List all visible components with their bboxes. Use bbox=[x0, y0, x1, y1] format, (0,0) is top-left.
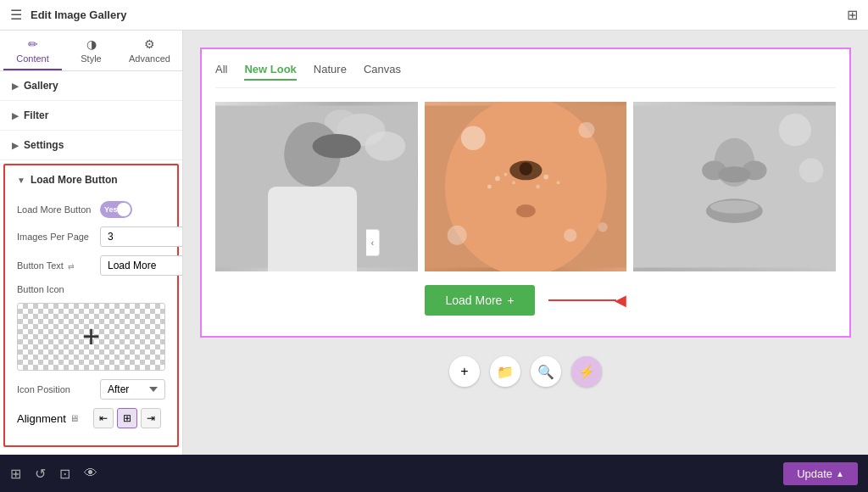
svg-point-18 bbox=[516, 204, 536, 217]
alignment-row: Alignment 🖥 ⇤ ⊞ ⇥ bbox=[17, 408, 165, 428]
arrow-line bbox=[548, 299, 616, 301]
toggle-slider bbox=[100, 201, 132, 218]
settings-header[interactable]: ▶ Settings bbox=[0, 131, 182, 159]
icon-position-label: Icon Position bbox=[17, 384, 93, 394]
svg-point-2 bbox=[365, 131, 406, 160]
dynamic-tag-icon: ⇄ bbox=[68, 262, 75, 271]
alignment-label: Alignment bbox=[17, 412, 66, 425]
add-tool-button[interactable]: + bbox=[449, 356, 480, 387]
button-icon-label-row: Button Icon bbox=[17, 284, 165, 294]
load-more-button-label: Load More Button bbox=[17, 204, 93, 215]
svg-point-20 bbox=[578, 122, 594, 138]
preview-icon[interactable]: 👁 bbox=[84, 466, 97, 481]
filter-tabs: All New Look Nature Canvas bbox=[215, 63, 836, 88]
layers-icon[interactable]: ⊞ bbox=[10, 466, 21, 482]
images-per-page-label: Images Per Page bbox=[17, 232, 93, 242]
share-tool-button[interactable]: ⚡ bbox=[571, 356, 602, 387]
sidebar-tabs: ✏ Content ◑ Style ⚙ Advanced bbox=[0, 31, 182, 71]
red-arrow-indicator: ◀ bbox=[548, 291, 626, 310]
monitor-icon: 🖥 bbox=[70, 413, 79, 423]
svg-point-10 bbox=[519, 162, 531, 175]
sidebar-collapse-button[interactable]: ‹ bbox=[366, 229, 380, 256]
chevron-down-icon: ▼ bbox=[17, 176, 25, 185]
tab-style[interactable]: ◑ Style bbox=[62, 31, 120, 70]
content-icon: ✏ bbox=[28, 37, 38, 51]
chevron-right-icon3: ▶ bbox=[12, 141, 19, 150]
svg-point-33 bbox=[799, 159, 824, 183]
accordion-gallery: ▶ Gallery bbox=[0, 71, 182, 101]
gallery-header[interactable]: ▶ Gallery bbox=[0, 71, 182, 100]
svg-point-23 bbox=[598, 222, 607, 232]
undo-icon[interactable]: ↺ bbox=[35, 466, 46, 482]
load-more-plus-icon: + bbox=[507, 294, 514, 307]
chevron-right-icon: ▶ bbox=[12, 81, 19, 91]
load-more-toggle[interactable]: Yes bbox=[100, 201, 132, 218]
plus-icon: + bbox=[82, 319, 100, 355]
arrow-head-icon: ◀ bbox=[615, 291, 626, 310]
button-text-label: Button Text ⇄ bbox=[17, 260, 93, 271]
filter-header[interactable]: ▶ Filter bbox=[0, 101, 182, 130]
align-buttons: ⇤ ⊞ ⇥ bbox=[93, 408, 161, 428]
svg-point-11 bbox=[495, 176, 500, 182]
history-icon[interactable]: ⊡ bbox=[59, 466, 70, 482]
load-more-container: Load More + ◀ bbox=[215, 285, 836, 316]
button-text-input[interactable] bbox=[100, 255, 183, 276]
gallery-widget: All New Look Nature Canvas bbox=[200, 48, 851, 338]
filter-tab-all[interactable]: All bbox=[215, 63, 227, 81]
svg-point-14 bbox=[512, 181, 515, 184]
update-button[interactable]: Update ▲ bbox=[783, 462, 858, 485]
images-per-page-row: Images Per Page bbox=[17, 226, 165, 247]
hamburger-icon[interactable]: ☰ bbox=[10, 7, 22, 23]
bw-close-svg bbox=[633, 102, 836, 271]
load-more-button-row: Load More Button Yes bbox=[17, 201, 165, 218]
svg-point-21 bbox=[564, 229, 576, 242]
svg-point-17 bbox=[536, 185, 540, 189]
accordion-filter: ▶ Filter bbox=[0, 101, 182, 131]
svg-point-19 bbox=[461, 126, 486, 150]
image-grid bbox=[215, 102, 836, 271]
tab-content[interactable]: ✏ Content bbox=[3, 31, 62, 70]
svg-point-30 bbox=[710, 200, 759, 213]
face-svg bbox=[425, 102, 627, 271]
svg-rect-5 bbox=[268, 187, 357, 271]
bottom-canvas: + 📁 🔍 ⚡ bbox=[200, 338, 851, 405]
grid-icon[interactable]: ⊞ bbox=[847, 7, 858, 23]
svg-point-16 bbox=[556, 181, 559, 184]
load-more-section-header[interactable]: ▼ Load More Button bbox=[5, 165, 177, 194]
filter-tab-newlook[interactable]: New Look bbox=[244, 63, 296, 81]
load-more-button-section: ▼ Load More Button Load More Button Yes bbox=[3, 164, 179, 447]
align-center-button[interactable]: ⊞ bbox=[117, 408, 137, 428]
align-right-button[interactable]: ⇥ bbox=[141, 408, 161, 428]
svg-point-6 bbox=[313, 134, 361, 159]
accordion-settings: ▶ Settings bbox=[0, 131, 182, 160]
toggle-switch[interactable]: Yes bbox=[100, 201, 132, 218]
align-left-button[interactable]: ⇤ bbox=[93, 408, 114, 428]
update-chevron-icon: ▲ bbox=[836, 469, 844, 478]
bw-person-svg bbox=[215, 102, 418, 271]
icon-position-select[interactable]: After Before bbox=[100, 379, 165, 400]
filter-tab-nature[interactable]: Nature bbox=[314, 63, 347, 81]
icon-preview-area[interactable]: + bbox=[17, 303, 165, 371]
search-tool-button[interactable]: 🔍 bbox=[531, 356, 561, 387]
load-more-label: Load More bbox=[445, 294, 502, 307]
sidebar: ✏ Content ◑ Style ⚙ Advanced ▶ Gallery ▶ bbox=[0, 31, 183, 455]
tab-advanced[interactable]: ⚙ Advanced bbox=[120, 31, 179, 70]
gallery-image-2 bbox=[425, 102, 627, 271]
icon-position-row: Icon Position After Before bbox=[17, 379, 165, 400]
images-per-page-input[interactable] bbox=[100, 226, 183, 247]
bottom-bar: ⊞ ↺ ⊡ 👁 Update ▲ bbox=[0, 455, 868, 492]
svg-point-13 bbox=[487, 185, 492, 189]
advanced-icon: ⚙ bbox=[144, 37, 155, 51]
folder-tool-button[interactable]: 📁 bbox=[490, 356, 520, 387]
style-icon: ◑ bbox=[86, 37, 97, 51]
svg-point-12 bbox=[504, 173, 507, 176]
top-bar: ☰ Edit Image Gallery ⊞ bbox=[0, 0, 868, 31]
content-area: ‹ All New Look Nature Canvas bbox=[183, 31, 868, 455]
filter-tab-canvas[interactable]: Canvas bbox=[364, 63, 401, 81]
load-more-button[interactable]: Load More + bbox=[425, 285, 534, 316]
gallery-image-3 bbox=[633, 102, 836, 271]
svg-point-22 bbox=[447, 226, 466, 245]
alignment-label-group: Alignment 🖥 bbox=[17, 412, 93, 425]
gallery-image-1 bbox=[215, 102, 418, 271]
svg-point-28 bbox=[719, 166, 751, 182]
